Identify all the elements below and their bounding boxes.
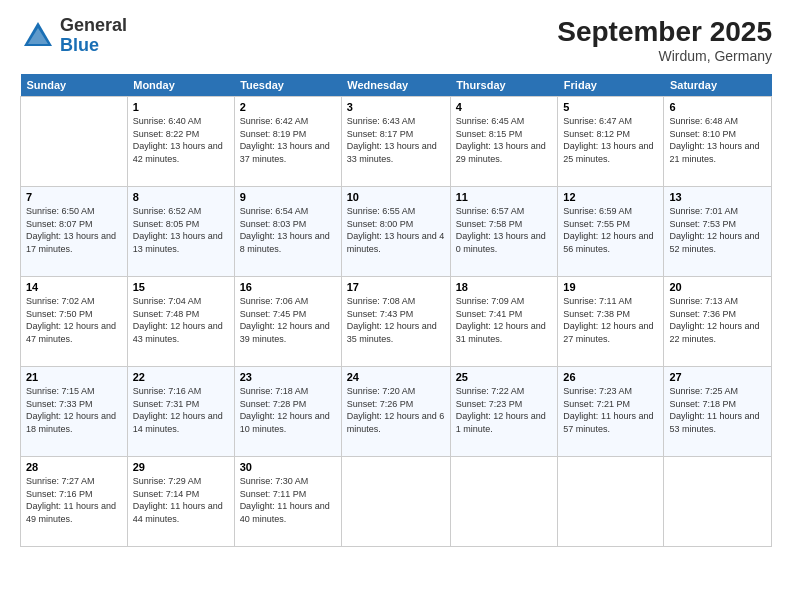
header: General Blue September 2025 Wirdum, Germ… xyxy=(20,16,772,64)
day-number: 26 xyxy=(563,371,658,383)
weekday-friday: Friday xyxy=(558,74,664,97)
day-number: 4 xyxy=(456,101,553,113)
day-detail: Sunrise: 7:06 AMSunset: 7:45 PMDaylight:… xyxy=(240,295,336,345)
day-detail: Sunrise: 6:54 AMSunset: 8:03 PMDaylight:… xyxy=(240,205,336,255)
day-detail: Sunrise: 7:04 AMSunset: 7:48 PMDaylight:… xyxy=(133,295,229,345)
day-cell: 5Sunrise: 6:47 AMSunset: 8:12 PMDaylight… xyxy=(558,97,664,187)
day-number: 14 xyxy=(26,281,122,293)
weekday-header-row: SundayMondayTuesdayWednesdayThursdayFrid… xyxy=(21,74,772,97)
logo-icon xyxy=(20,18,56,54)
weekday-sunday: Sunday xyxy=(21,74,128,97)
day-number: 11 xyxy=(456,191,553,203)
day-cell xyxy=(450,457,558,547)
day-cell: 30Sunrise: 7:30 AMSunset: 7:11 PMDayligh… xyxy=(234,457,341,547)
day-detail: Sunrise: 7:08 AMSunset: 7:43 PMDaylight:… xyxy=(347,295,445,345)
day-detail: Sunrise: 7:29 AMSunset: 7:14 PMDaylight:… xyxy=(133,475,229,525)
day-detail: Sunrise: 6:45 AMSunset: 8:15 PMDaylight:… xyxy=(456,115,553,165)
month-title: September 2025 xyxy=(557,16,772,48)
day-cell xyxy=(558,457,664,547)
day-cell: 4Sunrise: 6:45 AMSunset: 8:15 PMDaylight… xyxy=(450,97,558,187)
day-cell: 18Sunrise: 7:09 AMSunset: 7:41 PMDayligh… xyxy=(450,277,558,367)
day-detail: Sunrise: 6:55 AMSunset: 8:00 PMDaylight:… xyxy=(347,205,445,255)
day-cell: 11Sunrise: 6:57 AMSunset: 7:58 PMDayligh… xyxy=(450,187,558,277)
weekday-thursday: Thursday xyxy=(450,74,558,97)
day-detail: Sunrise: 7:18 AMSunset: 7:28 PMDaylight:… xyxy=(240,385,336,435)
location: Wirdum, Germany xyxy=(557,48,772,64)
day-cell: 13Sunrise: 7:01 AMSunset: 7:53 PMDayligh… xyxy=(664,187,772,277)
day-cell xyxy=(21,97,128,187)
logo: General Blue xyxy=(20,16,127,56)
day-number: 12 xyxy=(563,191,658,203)
day-detail: Sunrise: 7:23 AMSunset: 7:21 PMDaylight:… xyxy=(563,385,658,435)
week-row-2: 14Sunrise: 7:02 AMSunset: 7:50 PMDayligh… xyxy=(21,277,772,367)
day-detail: Sunrise: 7:16 AMSunset: 7:31 PMDaylight:… xyxy=(133,385,229,435)
day-detail: Sunrise: 7:27 AMSunset: 7:16 PMDaylight:… xyxy=(26,475,122,525)
day-cell: 28Sunrise: 7:27 AMSunset: 7:16 PMDayligh… xyxy=(21,457,128,547)
day-detail: Sunrise: 7:22 AMSunset: 7:23 PMDaylight:… xyxy=(456,385,553,435)
day-detail: Sunrise: 6:52 AMSunset: 8:05 PMDaylight:… xyxy=(133,205,229,255)
day-detail: Sunrise: 6:43 AMSunset: 8:17 PMDaylight:… xyxy=(347,115,445,165)
day-cell xyxy=(664,457,772,547)
day-number: 15 xyxy=(133,281,229,293)
day-number: 25 xyxy=(456,371,553,383)
day-number: 28 xyxy=(26,461,122,473)
day-detail: Sunrise: 6:50 AMSunset: 8:07 PMDaylight:… xyxy=(26,205,122,255)
day-number: 13 xyxy=(669,191,766,203)
day-number: 17 xyxy=(347,281,445,293)
day-number: 8 xyxy=(133,191,229,203)
day-cell: 2Sunrise: 6:42 AMSunset: 8:19 PMDaylight… xyxy=(234,97,341,187)
day-number: 3 xyxy=(347,101,445,113)
day-number: 24 xyxy=(347,371,445,383)
day-cell: 23Sunrise: 7:18 AMSunset: 7:28 PMDayligh… xyxy=(234,367,341,457)
day-number: 2 xyxy=(240,101,336,113)
day-number: 6 xyxy=(669,101,766,113)
day-cell: 22Sunrise: 7:16 AMSunset: 7:31 PMDayligh… xyxy=(127,367,234,457)
calendar-table: SundayMondayTuesdayWednesdayThursdayFrid… xyxy=(20,74,772,547)
day-cell: 26Sunrise: 7:23 AMSunset: 7:21 PMDayligh… xyxy=(558,367,664,457)
day-number: 27 xyxy=(669,371,766,383)
day-cell: 20Sunrise: 7:13 AMSunset: 7:36 PMDayligh… xyxy=(664,277,772,367)
day-cell: 21Sunrise: 7:15 AMSunset: 7:33 PMDayligh… xyxy=(21,367,128,457)
weekday-tuesday: Tuesday xyxy=(234,74,341,97)
day-cell: 15Sunrise: 7:04 AMSunset: 7:48 PMDayligh… xyxy=(127,277,234,367)
day-detail: Sunrise: 7:09 AMSunset: 7:41 PMDaylight:… xyxy=(456,295,553,345)
day-cell: 9Sunrise: 6:54 AMSunset: 8:03 PMDaylight… xyxy=(234,187,341,277)
day-cell: 16Sunrise: 7:06 AMSunset: 7:45 PMDayligh… xyxy=(234,277,341,367)
day-cell: 8Sunrise: 6:52 AMSunset: 8:05 PMDaylight… xyxy=(127,187,234,277)
day-number: 20 xyxy=(669,281,766,293)
day-cell: 10Sunrise: 6:55 AMSunset: 8:00 PMDayligh… xyxy=(341,187,450,277)
day-number: 18 xyxy=(456,281,553,293)
logo-general: General xyxy=(60,15,127,35)
day-detail: Sunrise: 6:48 AMSunset: 8:10 PMDaylight:… xyxy=(669,115,766,165)
day-number: 1 xyxy=(133,101,229,113)
day-number: 19 xyxy=(563,281,658,293)
weekday-monday: Monday xyxy=(127,74,234,97)
day-number: 10 xyxy=(347,191,445,203)
day-number: 5 xyxy=(563,101,658,113)
day-cell: 3Sunrise: 6:43 AMSunset: 8:17 PMDaylight… xyxy=(341,97,450,187)
day-cell: 24Sunrise: 7:20 AMSunset: 7:26 PMDayligh… xyxy=(341,367,450,457)
day-number: 21 xyxy=(26,371,122,383)
week-row-0: 1Sunrise: 6:40 AMSunset: 8:22 PMDaylight… xyxy=(21,97,772,187)
day-number: 30 xyxy=(240,461,336,473)
day-cell: 6Sunrise: 6:48 AMSunset: 8:10 PMDaylight… xyxy=(664,97,772,187)
day-number: 9 xyxy=(240,191,336,203)
day-number: 23 xyxy=(240,371,336,383)
day-cell: 25Sunrise: 7:22 AMSunset: 7:23 PMDayligh… xyxy=(450,367,558,457)
day-detail: Sunrise: 7:20 AMSunset: 7:26 PMDaylight:… xyxy=(347,385,445,435)
day-detail: Sunrise: 7:02 AMSunset: 7:50 PMDaylight:… xyxy=(26,295,122,345)
day-number: 22 xyxy=(133,371,229,383)
day-cell: 19Sunrise: 7:11 AMSunset: 7:38 PMDayligh… xyxy=(558,277,664,367)
day-detail: Sunrise: 6:40 AMSunset: 8:22 PMDaylight:… xyxy=(133,115,229,165)
day-detail: Sunrise: 7:11 AMSunset: 7:38 PMDaylight:… xyxy=(563,295,658,345)
day-detail: Sunrise: 6:47 AMSunset: 8:12 PMDaylight:… xyxy=(563,115,658,165)
day-detail: Sunrise: 7:15 AMSunset: 7:33 PMDaylight:… xyxy=(26,385,122,435)
day-number: 7 xyxy=(26,191,122,203)
day-detail: Sunrise: 6:42 AMSunset: 8:19 PMDaylight:… xyxy=(240,115,336,165)
day-detail: Sunrise: 7:01 AMSunset: 7:53 PMDaylight:… xyxy=(669,205,766,255)
day-detail: Sunrise: 7:30 AMSunset: 7:11 PMDaylight:… xyxy=(240,475,336,525)
day-cell xyxy=(341,457,450,547)
day-cell: 12Sunrise: 6:59 AMSunset: 7:55 PMDayligh… xyxy=(558,187,664,277)
weekday-wednesday: Wednesday xyxy=(341,74,450,97)
week-row-1: 7Sunrise: 6:50 AMSunset: 8:07 PMDaylight… xyxy=(21,187,772,277)
